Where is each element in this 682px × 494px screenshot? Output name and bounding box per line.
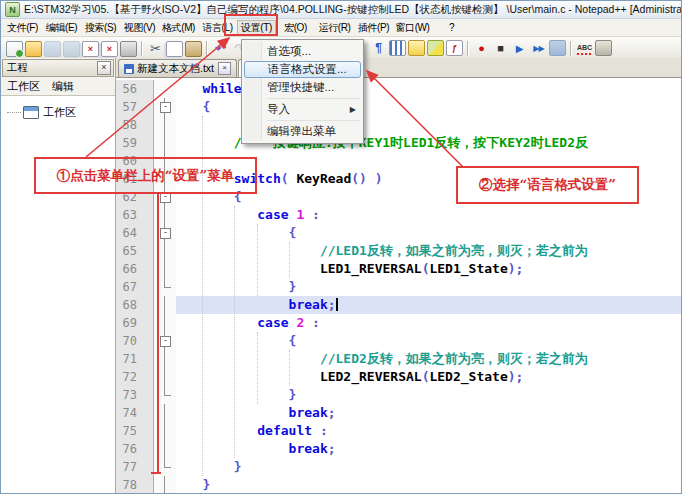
code-line[interactable]: 57- { [116,98,681,116]
fold-margin [154,134,176,152]
fold-connector-line [164,278,165,287]
code-token: ); [508,261,524,276]
fold-margin [154,116,176,134]
macro-stop-icon[interactable]: ■ [492,40,509,56]
macro-run-multiple-icon[interactable]: ▶▶ [530,40,547,56]
menubar-item-1[interactable]: 编辑(E) [42,21,81,35]
fold-collapse-icon[interactable]: - [160,102,171,113]
code-line[interactable]: 68 break; [116,296,681,314]
menubar-item-0[interactable]: 文件(F) [3,21,42,35]
tab-label: 新建文本文档.txt [137,62,214,76]
close-all-icon[interactable]: × [101,41,118,57]
snapshot-icon[interactable] [595,40,612,56]
code-text: break; [176,296,681,314]
code-line[interactable]: 63 case 1 : [116,206,681,224]
tree-item-workspace[interactable]: 工作区 [1,104,115,120]
line-number: 56 [116,80,154,98]
menubar-item-4[interactable]: 格式(M) [159,21,198,35]
code-token: ; [328,405,336,420]
annotation-line-tick [151,472,161,474]
user-dialog-icon[interactable] [408,40,425,56]
code-line[interactable]: 77 } [116,458,681,476]
close-file-icon[interactable]: × [82,41,99,57]
menu-item-label: 语言格式设置... [268,62,347,77]
fold-end-tick [164,287,171,288]
menubar-item-9[interactable]: 插件(P) [354,21,393,35]
annotation-rect-settings-menu [224,14,278,36]
save-all-icon[interactable] [63,41,80,57]
menu-separator [267,120,360,121]
menubar-item-8[interactable]: 运行(R) [315,21,354,35]
open-file-icon[interactable] [25,41,42,57]
submenu-arrow-icon: ▶ [350,105,356,114]
function-list-icon[interactable]: ƒ [446,40,463,56]
code-token: : [304,207,320,222]
code-line[interactable]: 70- { [116,332,681,350]
project-tree: 工作区 [1,95,115,493]
tab-close-button[interactable]: × [218,62,231,75]
menubar-item-10[interactable]: 窗口(W) [393,21,432,35]
doc-map-icon[interactable] [427,40,444,56]
spell-check-icon[interactable]: ABC [576,41,593,55]
menubar-item-7[interactable]: 宏(O) [276,21,315,35]
project-panel-menu-workspace[interactable]: 工作区 [7,79,40,94]
line-number: 72 [116,368,154,386]
new-file-icon[interactable] [6,41,23,57]
code-line[interactable]: 56 while [116,80,681,98]
toolbar-separator [141,41,143,56]
code-token: ( [281,171,297,186]
code-line[interactable]: 75 default : [116,422,681,440]
menubar-item-2[interactable]: 搜索(S) [81,21,120,35]
tab-new-text-doc[interactable]: 新建文本文档.txt× [118,59,237,77]
code-line[interactable]: 58 [116,116,681,134]
cut-icon[interactable]: ✂ [147,41,164,57]
macro-record-icon[interactable]: ● [473,40,490,56]
annotation-vertical-line [157,194,159,474]
macro-save-icon[interactable] [549,40,566,56]
toolbar-separator [467,41,469,56]
fold-collapse-icon[interactable]: - [160,228,171,239]
code-line[interactable]: 73 } [116,386,681,404]
code-line[interactable]: 69 case 2 : [116,314,681,332]
code-token: { [289,225,297,240]
fold-collapse-icon[interactable]: - [160,336,171,347]
macro-play-icon[interactable]: ▶ [511,40,528,56]
code-line[interactable]: 74 break; [116,404,681,422]
print-icon[interactable] [120,41,137,57]
code-line[interactable]: 65 //LED1反转，如果之前为亮，则灭；若之前为 [116,242,681,260]
toolbar-left-group: ××✂↶↷ [5,41,249,57]
undo-icon[interactable]: ↶ [212,41,229,57]
code-text: //LED2反转，如果之前为亮，则灭；若之前为 [176,350,681,368]
indent-guide-icon[interactable] [389,40,406,56]
line-number: 57 [116,98,154,116]
menu-item-style-configurator[interactable]: 语言格式设置... [244,61,361,78]
copy-icon[interactable] [166,41,183,57]
menu-item-shortcut-mapper[interactable]: 管理快捷键... [244,78,361,97]
code-token: } [289,387,297,402]
code-line[interactable]: 67 } [116,278,681,296]
code-token: } [289,279,297,294]
code-token: //LED1反转，如果之前为亮，则灭；若之前为 [320,243,588,258]
menu-item-edit-popup[interactable]: 编辑弹出菜单 [244,122,361,141]
show-all-chars-icon[interactable]: ¶ [370,40,387,56]
menu-item-preferences[interactable]: 首选项... [244,42,361,61]
code-line[interactable]: 66 LED1_REVERSAL(LED1_State); [116,260,681,278]
code-line[interactable]: 71 //LED2反转，如果之前为亮，则灭；若之前为 [116,350,681,368]
code-area[interactable]: 56 while57- {5859 /*---按键响应:按下KEY1时LED1反… [116,78,681,493]
project-panel-menu-edit[interactable]: 编辑 [52,79,74,94]
code-line[interactable]: 78 } [116,476,681,493]
menubar-item-3[interactable]: 视图(V) [120,21,159,35]
code-line[interactable]: 64- { [116,224,681,242]
code-line[interactable]: 76 break; [116,440,681,458]
code-token: () ) [351,171,382,186]
window-title: E:\STM32学习\05.【基于野火ISO-V2】自己编写的程序\04.POL… [24,3,681,17]
save-icon[interactable] [44,41,61,57]
project-panel-close-button[interactable]: × [97,61,111,75]
fold-margin[interactable]: - [154,98,176,116]
fold-connector-line [164,314,165,332]
code-line[interactable]: 59 /*---按键响应:按下KEY1时LED1反转，按下KEY2时LED2反 [116,134,681,152]
menu-item-import[interactable]: 导入▶ [244,100,361,119]
paste-icon[interactable] [185,41,202,57]
menubar-item-11[interactable]: ? [432,22,471,33]
code-line[interactable]: 72 LED2_REVERSAL(LED2_State); [116,368,681,386]
